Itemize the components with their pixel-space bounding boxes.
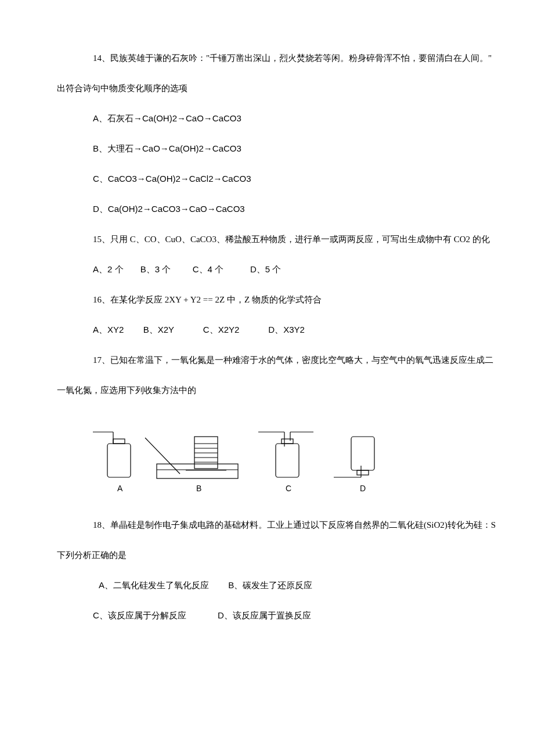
svg-rect-20 — [357, 470, 369, 475]
q15-options: A、2 个 B、3 个 C、4 个 D、5 个 — [0, 262, 534, 276]
q18-options-row1: A、二氧化硅发生了氧化反应 B、碳发生了还原反应 — [0, 578, 534, 592]
q14-option-d: D、Ca(OH)2→CaCO3→CaO→CaCO3 — [0, 202, 534, 216]
q16-option-c: C、X2Y2 — [203, 325, 240, 334]
q16-options: A、XY2 B、X2Y C、X2Y2 D、X3Y2 — [0, 323, 534, 337]
q17-stem-line2: 一氧化氮，应选用下列收集方法中的 — [0, 383, 534, 397]
svg-rect-13 — [276, 444, 299, 477]
q14-stem-line2: 出符合诗句中物质变化顺序的选项 — [0, 81, 534, 95]
gas-collection-diagram: A B — [93, 415, 395, 502]
q15-option-c: C、4 个 — [193, 264, 223, 274]
page: 14、民族英雄于谦的石灰吟："千锤万凿出深山，烈火焚烧若等闲。粉身碎骨浑不怕，要… — [0, 0, 534, 646]
q16-option-a: A、XY2 — [93, 325, 124, 334]
setup-c-icon — [258, 432, 313, 477]
q17-label-c: C — [286, 484, 291, 493]
svg-rect-1 — [107, 444, 131, 477]
setup-a-icon — [93, 432, 131, 477]
q15-option-d: D、5 个 — [250, 264, 281, 274]
q18-option-b: B、碳发生了还原反应 — [228, 580, 312, 590]
q17-label-a: A — [117, 484, 123, 493]
q14-option-c: C、CaCO3→Ca(OH)2→CaCl2→CaCO3 — [0, 172, 534, 186]
q17-label-d: D — [360, 484, 366, 493]
q14-option-a: A、石灰石→Ca(OH)2→CaO→CaCO3 — [0, 111, 534, 125]
q18-stem-line2: 下列分析正确的是 — [0, 548, 534, 562]
q15-stem: 15、只用 C、CO、CuO、CaCO3、稀盐酸五种物质，进行单一或两两反应，可… — [0, 232, 534, 246]
q18-options-row2: C、该反应属于分解反应 D、该反应属于置换反应 — [0, 609, 534, 622]
setup-b-icon — [145, 437, 238, 478]
q18-stem-line1: 18、单晶硅是制作电子集成电路的基础材料。工业上通过以下反应将自然界的二氧化硅(… — [0, 518, 534, 532]
q18-option-a: A、二氧化硅发生了氧化反应 — [99, 580, 209, 590]
svg-rect-24 — [93, 415, 394, 496]
q16-option-b: B、X2Y — [143, 325, 174, 334]
q18-option-d: D、该反应属于置换反应 — [218, 610, 311, 620]
q16-option-d: D、X3Y2 — [268, 325, 305, 334]
q18-option-c: C、该反应属于分解反应 — [93, 610, 186, 620]
svg-rect-2 — [113, 439, 125, 444]
q17-label-b: B — [196, 484, 201, 493]
q17-stem-line1: 17、已知在常温下，一氧化氮是一种难溶于水的气体，密度比空气略大，与空气中的氧气… — [0, 353, 534, 367]
svg-rect-14 — [282, 439, 293, 444]
q14-option-b: B、大理石→CaO→Ca(OH)2→CaCO3 — [0, 142, 534, 156]
q17-figure: A B — [93, 415, 534, 502]
svg-line-5 — [145, 438, 180, 474]
svg-rect-3 — [157, 464, 238, 478]
q15-option-b: B、3 个 — [140, 264, 171, 274]
q14-stem-line1: 14、民族英雄于谦的石灰吟："千锤万凿出深山，烈火焚烧若等闲。粉身碎骨浑不怕，要… — [0, 51, 534, 65]
q16-stem: 16、在某化学反应 2XY + Y2 == 2Z 中，Z 物质的化学式符合 — [0, 293, 534, 307]
setup-d-icon — [334, 437, 374, 477]
svg-rect-19 — [351, 437, 374, 470]
q15-option-a: A、2 个 — [93, 264, 124, 274]
